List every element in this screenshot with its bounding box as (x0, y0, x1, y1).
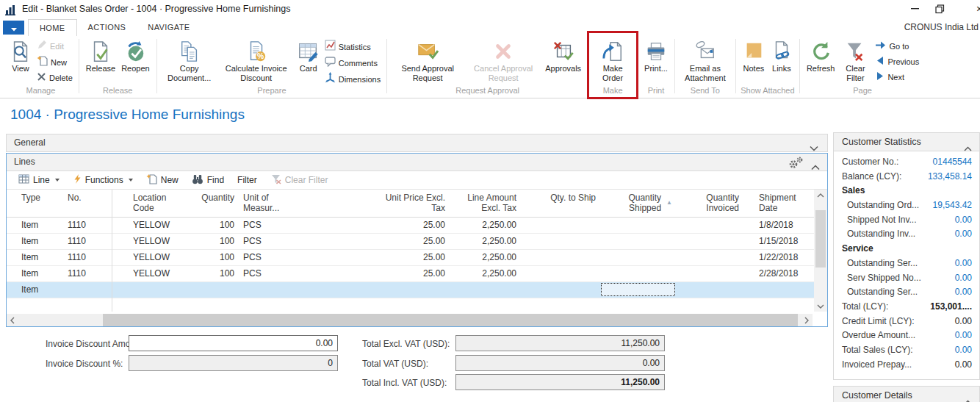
cell-qty-to-ship[interactable] (522, 250, 599, 265)
go-to-button[interactable]: Go to (873, 40, 921, 53)
cell-line-amount[interactable]: 2,250.00 (449, 218, 522, 233)
functions-menu-button[interactable]: Functions (67, 172, 139, 188)
column-header-location-code[interactable]: Location Code (112, 190, 177, 217)
clear-filter-line-button[interactable]: Clear Filter (264, 172, 334, 188)
refresh-button[interactable]: Refresh (804, 38, 838, 74)
scroll-left-icon[interactable] (7, 314, 18, 326)
cell-quantity-invoiced[interactable] (677, 282, 746, 298)
shipped-not-invoiced-link[interactable]: 0.00 (955, 215, 972, 225)
serv-shipped-link[interactable]: 0.00 (955, 273, 972, 283)
cell-quantity[interactable]: 100 (177, 218, 237, 233)
cell-qty-to-ship[interactable] (522, 218, 599, 233)
cell-shipment-date[interactable]: 2/28/2018 (746, 266, 813, 281)
statistics-button[interactable]: Statistics (323, 40, 383, 54)
copy-document-button[interactable]: Copy Document... (161, 38, 218, 84)
cell-type[interactable]: Item (7, 282, 56, 298)
cell-quantity[interactable] (177, 282, 237, 298)
cell-no[interactable]: 1110 (56, 266, 112, 281)
cell-quantity-invoiced[interactable] (677, 218, 746, 233)
email-as-attachment-button[interactable]: Email as Attachment (679, 38, 732, 84)
focused-cell-outline[interactable] (601, 283, 675, 296)
outstanding-serv-invoices-link[interactable]: 0.00 (955, 287, 972, 297)
vertical-scrollbar-thumb[interactable] (815, 210, 826, 268)
cell-unit-price[interactable]: 25.00 (339, 234, 449, 249)
filter-button[interactable]: Filter (231, 172, 263, 188)
column-header-no[interactable]: No. (56, 190, 112, 217)
app-menu-button[interactable] (3, 21, 24, 35)
minimize-button[interactable] (902, 0, 927, 18)
column-header-quantity-invoiced[interactable]: Quantity Invoiced (677, 190, 746, 217)
cell-quantity-invoiced[interactable] (677, 266, 746, 281)
cell-type[interactable]: Item (7, 218, 56, 233)
calculate-invoice-discount-button[interactable]: % Calculate Invoice Discount (218, 38, 295, 84)
tab-navigate[interactable]: NAVIGATE (137, 19, 201, 36)
cell-line-amount[interactable]: 2,250.00 (449, 250, 522, 265)
find-button[interactable]: Find (186, 172, 230, 188)
overdue-amount-link[interactable]: 0.00 (955, 330, 972, 340)
chevron-up-icon[interactable] (964, 393, 972, 402)
cell-no[interactable]: 1110 (56, 250, 112, 265)
customer-details-header[interactable]: Customer Details (834, 387, 979, 402)
cell-location-code[interactable] (112, 282, 177, 298)
previous-button[interactable]: Previous (873, 55, 921, 68)
next-button[interactable]: Next (873, 71, 921, 84)
links-button[interactable]: Links (768, 38, 796, 74)
cell-no[interactable]: 1110 (56, 218, 112, 233)
cell-shipment-date[interactable]: 1/8/2018 (746, 218, 813, 233)
cell-line-amount[interactable] (449, 282, 522, 298)
release-button[interactable]: Release (83, 38, 118, 74)
invoice-discount-amount-field[interactable]: 0.00 (129, 335, 338, 351)
scroll-down-icon[interactable] (814, 301, 827, 312)
balance-lcy-link[interactable]: 133,458.14 (928, 171, 972, 182)
scroll-right-icon[interactable] (801, 314, 813, 326)
delete-button[interactable]: Delete (35, 71, 75, 85)
cell-type[interactable]: Item (7, 234, 56, 249)
customer-statistics-header[interactable]: Customer Statistics (834, 133, 979, 151)
clear-filter-button[interactable]: Clear Filter (837, 38, 873, 84)
cancel-approval-request-button[interactable]: Cancel Approval Request (464, 38, 542, 84)
chevron-up-icon[interactable] (964, 140, 972, 157)
restore-button[interactable] (927, 0, 952, 18)
cell-quantity[interactable]: 100 (177, 250, 237, 265)
send-approval-request-button[interactable]: Send Approval Request (391, 38, 464, 84)
chevron-up-icon[interactable] (811, 159, 820, 176)
card-button[interactable]: Card (295, 38, 323, 74)
cell-unit-price[interactable]: 25.00 (339, 218, 449, 233)
column-header-line-amount[interactable]: Line Amount Excl. Tax (449, 190, 522, 217)
outstanding-invoices-link[interactable]: 0.00 (955, 229, 972, 239)
cell-unit-of-measure[interactable]: PCS (237, 250, 339, 265)
print-button[interactable]: Print... (641, 38, 671, 74)
cell-shipment-date[interactable]: 1/15/2018 (746, 234, 813, 249)
cell-unit-price[interactable] (339, 282, 449, 298)
horizontal-scrollbar[interactable] (7, 314, 813, 326)
new-button[interactable]: New (35, 55, 75, 69)
cell-quantity-shipped[interactable] (599, 250, 677, 265)
column-header-type[interactable]: Type (7, 190, 56, 217)
cell-quantity[interactable]: 100 (177, 266, 237, 281)
section-general[interactable]: General (6, 134, 828, 152)
cell-quantity-shipped[interactable] (599, 218, 677, 233)
cell-unit-price[interactable]: 25.00 (339, 266, 449, 281)
tab-home[interactable]: HOME (28, 19, 77, 36)
outstanding-serv-orders-link[interactable]: 0.00 (955, 258, 972, 268)
new-line-button[interactable]: New (140, 172, 184, 188)
cell-location-code[interactable]: YELLOW (112, 250, 177, 265)
cell-shipment-date[interactable]: 1/22/2018 (746, 250, 813, 265)
edit-button[interactable]: Edit (35, 40, 75, 53)
cell-type[interactable]: Item (7, 266, 56, 281)
column-header-qty-to-ship[interactable]: Qty. to Ship (522, 190, 599, 217)
cell-unit-of-measure[interactable]: PCS (237, 234, 339, 249)
cell-quantity-shipped-focused[interactable] (599, 282, 677, 298)
cell-qty-to-ship[interactable] (522, 282, 599, 298)
cell-shipment-date[interactable] (746, 282, 813, 298)
cell-no[interactable]: 1110 (56, 234, 112, 249)
customer-no-link[interactable]: 01445544 (933, 157, 972, 167)
cell-unit-of-measure[interactable]: PCS (237, 266, 339, 281)
vertical-scrollbar[interactable] (814, 190, 827, 312)
approvals-button[interactable]: Approvals (542, 38, 584, 74)
cell-location-code[interactable]: YELLOW (112, 218, 177, 233)
cell-quantity-shipped[interactable] (599, 266, 677, 281)
cell-quantity-invoiced[interactable] (677, 234, 746, 249)
notes-button[interactable]: Notes (740, 38, 768, 74)
cell-type[interactable]: Item (7, 250, 56, 265)
